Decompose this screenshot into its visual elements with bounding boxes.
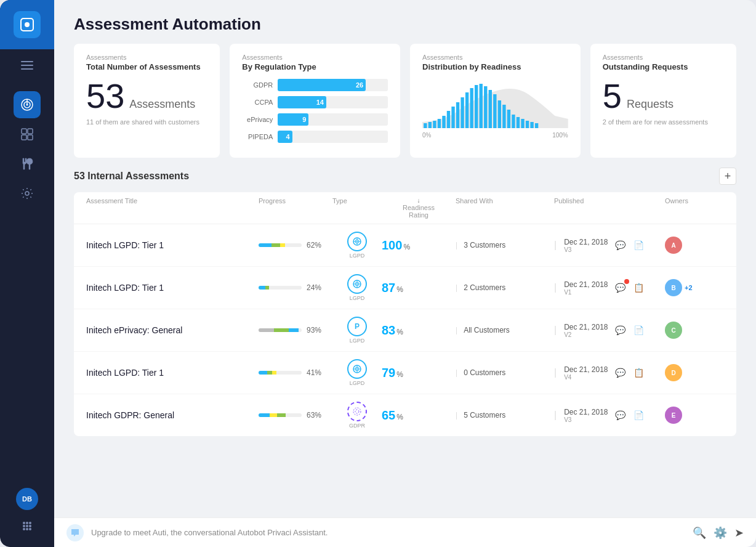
sidebar-bottom: DB	[16, 488, 38, 547]
row-4-owners: D	[665, 364, 736, 381]
row-3-date: Dec 21, 2018	[564, 323, 608, 331]
arrow-bottom-button[interactable]: ➤	[734, 526, 744, 540]
row-3-readiness-num: 83	[382, 323, 395, 338]
svg-rect-12	[28, 135, 33, 140]
row-3-type-icon: P	[347, 317, 367, 336]
grid-menu[interactable]	[16, 515, 38, 537]
svg-rect-23	[424, 123, 427, 128]
svg-rect-37	[489, 90, 492, 128]
tools-icon	[20, 157, 34, 171]
sidebar-item-settings[interactable]	[14, 180, 41, 207]
svg-rect-39	[498, 100, 501, 128]
row-5-title: Initech GDPR: General	[86, 410, 259, 420]
bar-label-ccpa: CCPA	[242, 99, 273, 106]
row-3-type: P LGPD	[332, 317, 382, 344]
menu-toggle[interactable]	[0, 52, 54, 79]
bar-value-pipeda: 4	[286, 133, 289, 140]
svg-point-18	[26, 525, 28, 527]
row-1-doc-icon[interactable]: 📄	[632, 238, 646, 253]
bottom-toolbar: 🔍 ⚙️ ➤	[693, 526, 744, 540]
bar-value-gdpr: 26	[356, 81, 363, 89]
row-2-date: Dec 21, 2018	[564, 280, 608, 289]
bar-value-ccpa: 14	[316, 99, 324, 106]
table-column-headers: Assessment Title Progress Type ↓ Readine…	[74, 192, 736, 224]
row-2-action-icons: 💬 📋	[613, 280, 646, 295]
app-logo[interactable]	[14, 11, 41, 38]
svg-rect-46	[530, 122, 533, 128]
col-readiness[interactable]: ↓ Readiness Rating	[382, 197, 456, 219]
svg-point-1	[25, 22, 30, 27]
row-2-type: LGPD	[332, 274, 382, 301]
user-avatar[interactable]: DB	[16, 488, 38, 510]
row-2-doc-icon[interactable]: 📋	[632, 280, 646, 295]
svg-rect-38	[493, 94, 496, 128]
bar-row-ccpa: CCPA 14	[242, 96, 388, 108]
chat-icon	[70, 528, 80, 538]
row-4-readiness-unit: %	[396, 370, 403, 379]
row-2-published: | Dec 21, 2018 V1 💬 📋	[554, 280, 665, 296]
row-4-action-icons: 💬 📋	[613, 365, 646, 380]
row-4-type-icon	[347, 359, 367, 379]
bar-label-eprivacy: ePrivacy	[242, 116, 273, 123]
row-3-doc-icon[interactable]: 📄	[632, 323, 646, 338]
row-3-title: Initech ePrivacy: General	[86, 325, 259, 335]
row-5-readiness-unit: %	[396, 413, 403, 421]
svg-point-15	[26, 522, 28, 524]
table-row: Initech LGPD: Tier 1 41%	[74, 352, 736, 394]
bar-fill-gdpr: 26	[278, 79, 366, 91]
regulation-type-card: Assessments By Regulation Type GDPR 26 C…	[230, 44, 400, 158]
main-content: Assessment Automation Assessments Total …	[54, 0, 756, 547]
bar-row-gdpr: GDPR 26	[242, 79, 388, 91]
sidebar-item-tools[interactable]	[14, 150, 41, 177]
col-owners: Owners	[665, 197, 736, 219]
page-title: Assessment Automation	[74, 15, 736, 34]
row-4-doc-icon[interactable]: 📋	[632, 365, 646, 380]
search-bottom-button[interactable]: 🔍	[693, 526, 706, 540]
row-4-published: | Dec 21, 2018 V4 💬 📋	[554, 365, 665, 381]
svg-rect-10	[28, 129, 33, 134]
sidebar-item-radar[interactable]	[14, 91, 41, 118]
svg-rect-45	[526, 121, 529, 128]
row-2-type-icon	[347, 274, 367, 294]
row-4-chat-icon[interactable]: 💬	[613, 365, 628, 380]
stat-title-1: Total Number of Assessments	[86, 62, 207, 71]
row-5-readiness: 65 %	[382, 408, 456, 423]
row-2-chat-container: 💬	[613, 280, 628, 295]
row-2-readiness-num: 87	[382, 281, 395, 295]
logo-icon	[18, 16, 36, 33]
requests-unit: Requests	[627, 98, 674, 111]
sidebar-item-dashboard[interactable]	[14, 121, 41, 148]
row-5-doc-icon[interactable]: 📄	[632, 408, 646, 423]
row-5-chat-icon[interactable]: 💬	[613, 408, 628, 423]
row-3-readiness-unit: %	[396, 328, 403, 336]
bottom-bar: Upgrade to meet Auti, the conversational…	[54, 517, 756, 547]
row-2-extra-count: +2	[685, 284, 693, 291]
assessments-sub: 11 of them are shared with customers	[86, 118, 207, 126]
hamburger-icon	[21, 61, 33, 70]
row-2-readiness-unit: %	[396, 285, 403, 294]
filter-bottom-button[interactable]: ⚙️	[714, 526, 727, 540]
col-assessment-title: Assessment Title	[86, 197, 259, 219]
dist-x-start: 0%	[422, 132, 431, 139]
dashboard-icon	[20, 128, 34, 141]
row-1-readiness-unit: %	[403, 243, 410, 251]
total-assessments-card: Assessments Total Number of Assessments …	[74, 44, 220, 158]
row-2-owners: B +2	[665, 279, 736, 296]
svg-rect-3	[21, 65, 33, 66]
row-4-type-name: LGPD	[350, 380, 365, 386]
row-5-owner-avatar: E	[665, 407, 682, 424]
row-1-chat-icon[interactable]: 💬	[613, 238, 628, 253]
add-assessment-button[interactable]: +	[719, 168, 736, 185]
svg-rect-11	[22, 135, 26, 140]
row-4-title: Initech LGPD: Tier 1	[86, 368, 259, 378]
chat-bubble-icon	[66, 524, 84, 541]
dist-chart-svg	[422, 79, 568, 128]
col-progress: Progress	[259, 197, 332, 219]
dot-grid-icon	[21, 520, 33, 532]
svg-rect-41	[507, 110, 510, 128]
svg-rect-35	[480, 84, 483, 128]
row-3-chat-icon[interactable]: 💬	[613, 323, 628, 338]
row-4-type: LGPD	[332, 359, 382, 386]
row-5-pct: 63%	[307, 411, 321, 419]
row-5-shared: | 5 Customers	[456, 411, 554, 419]
